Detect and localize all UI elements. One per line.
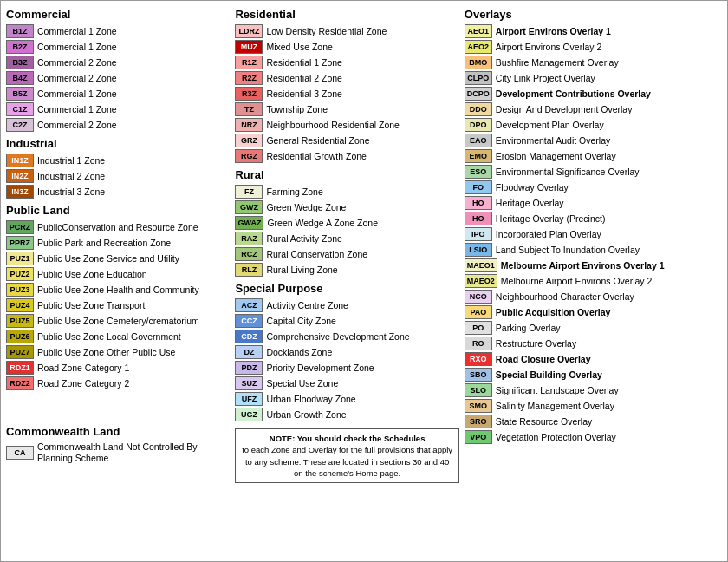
- list-item: IN1ZIndustrial 1 Zone: [6, 154, 230, 167]
- residential-section: LDRZLow Density Residential ZoneMUZMixed…: [235, 24, 458, 163]
- zone-badge: GWAZ: [235, 216, 263, 230]
- note-body: to each Zone and Overlay for the full pr…: [242, 445, 452, 478]
- zone-badge: R3Z: [235, 87, 263, 101]
- zone-label: Commonwealth Land Not Controlled By Plan…: [37, 441, 230, 463]
- list-item: DCPODevelopment Contributions Overlay: [465, 87, 722, 101]
- zone-badge: DCPO: [465, 87, 492, 101]
- zone-badge: MAEO2: [465, 274, 497, 288]
- zone-label: Residential 3 Zone: [266, 88, 342, 100]
- list-item: SLOSignificant Landscape Overlay: [465, 383, 722, 397]
- zone-badge: HO: [465, 212, 492, 225]
- zone-label: Priority Development Zone: [266, 363, 374, 374]
- zone-label: Low Density Residential Zone: [266, 26, 387, 37]
- zone-label: Farming Zone: [266, 186, 322, 198]
- list-item: GRZGeneral Residential Zone: [235, 134, 458, 147]
- legend-container: Commercial B1ZCommercial 1 ZoneB2ZCommer…: [1, 1, 727, 490]
- zone-label: Green Wedge Zone: [266, 202, 346, 213]
- zone-badge: FO: [465, 180, 492, 194]
- list-item: PPRZPublic Park and Recreation Zone: [6, 236, 230, 250]
- list-item: MAEO1Melbourne Airport Environs Overlay …: [465, 258, 722, 272]
- list-item: EMOErosion Management Overlay: [465, 149, 722, 163]
- zone-label: Neighbourhood Residential Zone: [266, 120, 400, 131]
- zone-label: Public Park and Recreation Zone: [37, 238, 171, 249]
- zone-badge: PUZ1: [6, 252, 34, 265]
- industrial-section: IN1ZIndustrial 1 ZoneIN2ZIndustrial 2 Zo…: [6, 154, 230, 199]
- zone-badge: B3Z: [6, 56, 34, 69]
- rural-section: FZFarming ZoneGWZGreen Wedge ZoneGWAZGre…: [235, 185, 458, 277]
- zone-label: Public Use Zone Service and Utility: [37, 253, 179, 265]
- list-item: RLZRural Living Zone: [235, 263, 458, 277]
- list-item: RAZRural Activity Zone: [235, 232, 458, 245]
- zone-badge: IN2Z: [6, 169, 34, 183]
- zone-label: Rural Activity Zone: [266, 233, 342, 245]
- zone-label: Green Wedge A Zone Zone: [267, 218, 378, 229]
- list-item: RXORoad Closure Overlay: [465, 352, 722, 366]
- list-item: RCZRural Conservation Zone: [235, 247, 458, 261]
- zone-label: Design And Development Overlay: [496, 104, 633, 115]
- zone-label: PublicConservation and Resource Zone: [37, 222, 198, 233]
- list-item: IN3ZIndustrial 3 Zone: [6, 185, 230, 199]
- zone-badge: C2Z: [6, 118, 34, 132]
- list-item: PUZ5Public Use Zone Cemetery/crematorium: [6, 314, 230, 328]
- zone-badge: MAEO1: [465, 258, 497, 272]
- zone-badge: PUZ4: [6, 298, 34, 312]
- zone-badge: NRZ: [235, 118, 263, 132]
- list-item: PUZ3Public Use Zone Health and Community: [6, 283, 230, 297]
- list-item: SBOSpecial Building Overlay: [465, 368, 722, 382]
- zone-badge: NCO: [465, 290, 492, 304]
- zone-badge: PUZ5: [6, 314, 34, 328]
- special-purpose-section: ACZActivity Centre ZoneCCZCapital City Z…: [235, 298, 458, 422]
- zone-badge: B2Z: [6, 40, 34, 54]
- list-item: HOHeritage Overlay: [465, 196, 722, 210]
- zone-label: Vegetation Protection Overlay: [496, 432, 616, 443]
- zone-badge: MUZ: [235, 40, 263, 54]
- zone-label: Special Building Overlay: [496, 369, 602, 381]
- list-item: VPOVegetation Protection Overlay: [465, 430, 722, 444]
- list-item: DZDocklands Zone: [235, 345, 458, 359]
- zone-badge: PO: [465, 321, 492, 335]
- zone-label: Erosion Management Overlay: [496, 151, 616, 162]
- zone-badge: VPO: [465, 430, 492, 444]
- zone-label: Urban Floodway Zone: [266, 394, 355, 405]
- zone-badge: GRZ: [235, 134, 263, 147]
- zone-label: General Residential Zone: [266, 135, 369, 147]
- overlays-title: Overlays: [465, 8, 722, 21]
- list-item: GWZGreen Wedge Zone: [235, 200, 458, 214]
- zone-badge: UFZ: [235, 392, 263, 406]
- list-item: B1ZCommercial 1 Zone: [6, 24, 230, 38]
- rural-title: Rural: [235, 168, 458, 181]
- list-item: SMOSalinity Management Overlay: [465, 399, 722, 413]
- list-item: R2ZResidential 2 Zone: [235, 71, 458, 85]
- list-item: AEO2Airport Environs Overlay 2: [465, 40, 722, 54]
- zone-badge: EMO: [465, 149, 492, 163]
- zone-badge: R1Z: [235, 56, 263, 69]
- zone-label: Public Use Zone Transport: [37, 300, 145, 311]
- zone-badge: SRO: [465, 415, 492, 428]
- list-item: RGZResidential Growth Zone: [235, 149, 458, 163]
- list-item: UGZUrban Growth Zone: [235, 408, 458, 422]
- zone-badge: PPRZ: [6, 236, 34, 250]
- zone-badge: RAZ: [235, 232, 263, 245]
- zone-badge: PUZ7: [6, 345, 34, 359]
- list-item: RORestructure Overlay: [465, 337, 722, 350]
- list-item: CACommonwealth Land Not Controlled By Pl…: [6, 441, 230, 463]
- zone-badge: HO: [465, 196, 492, 210]
- note-box: NOTE: You should check the Schedules to …: [235, 428, 458, 483]
- commonwealth-section: Commonwealth Land CACommonwealth Land No…: [6, 425, 230, 463]
- list-item: IPOIncorporated Plan Overlay: [465, 227, 722, 241]
- zone-label: Rural Living Zone: [266, 265, 337, 276]
- zone-badge: TZ: [235, 102, 263, 116]
- zone-badge: RCZ: [235, 247, 263, 261]
- zone-badge: DPO: [465, 118, 492, 132]
- list-item: FZFarming Zone: [235, 185, 458, 199]
- zone-badge: IN3Z: [6, 185, 34, 199]
- zone-badge: LSIO: [465, 243, 492, 257]
- zone-label: Activity Centre Zone: [266, 300, 348, 311]
- zone-badge: B4Z: [6, 71, 34, 85]
- list-item: CCZCapital City Zone: [235, 314, 458, 328]
- zone-label: Residential 1 Zone: [266, 57, 342, 69]
- list-item: PUZ6Public Use Zone Local Government: [6, 330, 230, 343]
- zone-label: Parking Overlay: [496, 323, 561, 334]
- zone-badge: RXO: [465, 352, 492, 366]
- zone-label: State Resource Overlay: [496, 416, 592, 428]
